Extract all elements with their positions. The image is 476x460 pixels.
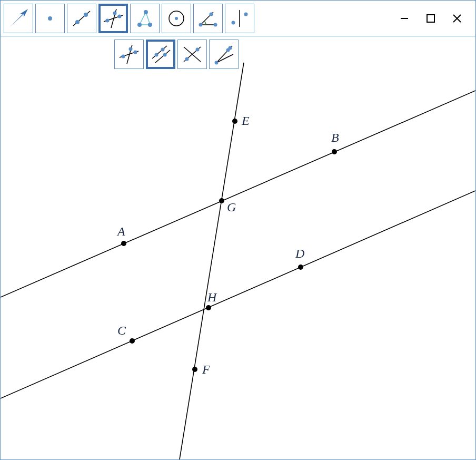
- circle-icon: [165, 7, 188, 30]
- tool-group: [4, 4, 254, 33]
- label-C: C: [117, 324, 126, 337]
- svg-point-30: [129, 47, 133, 51]
- svg-point-51: [219, 198, 224, 203]
- svg-point-0: [48, 16, 52, 21]
- app-window: A B C D E F G: [0, 0, 476, 460]
- label-A: A: [116, 224, 125, 238]
- svg-point-35: [163, 53, 167, 57]
- arrow-icon: [7, 7, 30, 30]
- point-icon: [38, 7, 62, 30]
- polygon-tool[interactable]: [130, 4, 160, 33]
- svg-point-49: [232, 119, 237, 124]
- svg-point-20: [232, 21, 235, 24]
- rays-icon: [212, 43, 235, 66]
- circle-tool[interactable]: [162, 4, 191, 33]
- svg-point-11: [144, 10, 148, 14]
- sub-toolbar: [114, 40, 239, 69]
- angle-tool[interactable]: [193, 4, 223, 33]
- perpendicular-tool[interactable]: [98, 4, 128, 33]
- svg-point-48: [298, 265, 303, 270]
- point-A[interactable]: A: [116, 224, 126, 246]
- svg-point-7: [118, 14, 122, 18]
- minimize-icon: [400, 14, 409, 23]
- ray-tool[interactable]: [209, 40, 239, 69]
- svg-point-45: [121, 241, 126, 246]
- maximize-button[interactable]: [425, 13, 437, 24]
- label-H: H: [207, 290, 217, 304]
- svg-point-50: [192, 367, 197, 372]
- svg-point-38: [185, 57, 189, 61]
- geometry-canvas: A B C D E F G: [1, 36, 475, 459]
- svg-point-46: [332, 149, 337, 154]
- parallel-line-icon: [149, 43, 172, 66]
- line-CD[interactable]: [1, 191, 475, 398]
- point-D[interactable]: D: [295, 247, 304, 270]
- svg-point-13: [175, 17, 178, 20]
- intersect-icon: [181, 43, 204, 66]
- svg-point-9: [137, 23, 142, 27]
- svg-point-3: [84, 13, 88, 17]
- point-tool[interactable]: [35, 4, 65, 33]
- maximize-icon: [426, 14, 435, 23]
- perpendicular-line-icon: [117, 43, 141, 66]
- svg-rect-23: [427, 15, 434, 22]
- svg-point-16: [199, 23, 203, 26]
- point-C[interactable]: C: [117, 324, 135, 344]
- svg-point-10: [148, 23, 152, 27]
- svg-point-28: [122, 55, 125, 58]
- label-E: E: [241, 114, 250, 128]
- svg-point-44: [229, 46, 232, 50]
- svg-point-29: [134, 51, 137, 54]
- label-G: G: [227, 200, 236, 214]
- angle-icon: [196, 7, 220, 30]
- main-toolbar: [1, 1, 475, 36]
- line-icon: [70, 7, 93, 30]
- parallel-line-tool[interactable]: [146, 40, 175, 69]
- point-H[interactable]: H: [206, 290, 217, 310]
- window-controls: [399, 13, 472, 24]
- line-AB[interactable]: [1, 91, 475, 297]
- svg-point-42: [215, 61, 219, 65]
- minimize-button[interactable]: [399, 13, 410, 24]
- svg-point-39: [196, 48, 200, 52]
- label-F: F: [202, 363, 210, 376]
- line-tool[interactable]: [67, 4, 96, 33]
- svg-point-6: [106, 18, 110, 22]
- label-B: B: [331, 131, 339, 144]
- svg-line-41: [216, 54, 233, 63]
- svg-line-32: [155, 50, 170, 63]
- svg-point-21: [244, 12, 248, 16]
- svg-line-1: [73, 11, 90, 26]
- intersect-tool[interactable]: [177, 40, 207, 69]
- svg-point-2: [75, 20, 80, 24]
- canvas-area[interactable]: A B C D E F G: [1, 36, 475, 459]
- svg-point-34: [161, 48, 165, 52]
- close-button[interactable]: [451, 13, 463, 24]
- reflect-icon: [228, 7, 251, 30]
- svg-point-8: [113, 11, 117, 15]
- reflect-tool[interactable]: [225, 4, 254, 33]
- svg-point-18: [210, 12, 213, 16]
- svg-point-17: [214, 23, 217, 26]
- svg-point-47: [130, 338, 135, 344]
- perpendicular-icon: [102, 7, 125, 30]
- svg-point-33: [155, 53, 158, 57]
- point-G[interactable]: G: [219, 198, 236, 214]
- perpendicular-line-tool[interactable]: [114, 40, 144, 69]
- close-icon: [452, 13, 462, 24]
- label-D: D: [295, 247, 304, 260]
- triangle-icon: [133, 7, 156, 30]
- svg-point-52: [206, 305, 211, 310]
- move-tool[interactable]: [4, 4, 33, 33]
